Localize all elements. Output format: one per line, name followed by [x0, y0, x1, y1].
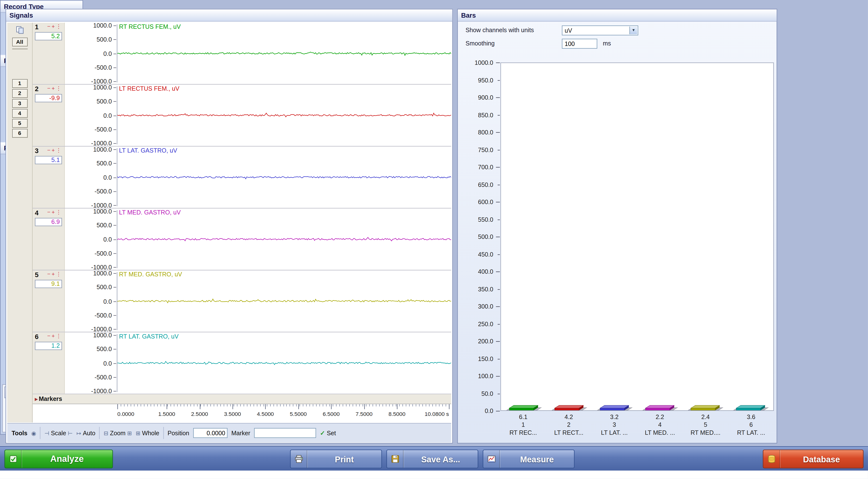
x-axis-tick-label: 7.5000	[355, 411, 373, 417]
channel-row-6: 6−+⋮1.21000.0500.00.0-500.0-1000.0RT LAT…	[33, 332, 451, 394]
scale-decrease-icon[interactable]: ⊣	[44, 430, 50, 436]
channel-scale-adjust: −+⋮	[47, 333, 62, 339]
marker-input[interactable]	[254, 428, 316, 438]
channel-label: LT RECTUS FEM., uV	[119, 85, 179, 92]
channel-value[interactable]: -9.9	[35, 94, 62, 102]
scale-decrease-icon[interactable]: −	[47, 209, 52, 215]
print-label: Print	[307, 454, 381, 464]
scale-increase-icon[interactable]: +	[52, 85, 56, 91]
scale-increase-icon[interactable]: +	[52, 271, 56, 277]
scale-increase-icon[interactable]: +	[52, 209, 56, 215]
scale-increase-icon[interactable]: +	[52, 23, 56, 29]
y-tick-label: 1000.0	[93, 146, 112, 152]
whole-view-button[interactable]: ⊞ Whole	[136, 430, 159, 436]
bar-label-block: 4.22LT RECT...	[546, 413, 592, 436]
zoom-control[interactable]: ⊟ Zoom ⊞	[103, 430, 132, 436]
channel-value[interactable]: 1.2	[35, 342, 62, 350]
print-button[interactable]: Print	[290, 449, 382, 468]
y-tick-label: 500.0	[97, 36, 112, 42]
select-channel-3-button[interactable]: 3	[12, 99, 27, 108]
scale-decrease-icon[interactable]: −	[47, 85, 52, 91]
scale-menu-icon[interactable]: ⋮	[56, 23, 62, 29]
position-input[interactable]	[193, 428, 227, 438]
channel-plot[interactable]: LT MED. GASTRO, uV	[117, 208, 451, 270]
scale-increase-icon[interactable]: ⊢	[68, 430, 73, 436]
scale-menu-icon[interactable]: ⋮	[56, 85, 62, 91]
channel-value[interactable]: 5.1	[35, 156, 62, 164]
bar-value: 4.2	[546, 413, 592, 421]
channel-label: RT MED. GASTRO, uV	[119, 271, 182, 278]
y-tick-label: 0.0	[103, 298, 112, 304]
scale-decrease-icon[interactable]: −	[47, 271, 52, 277]
select-channel-2-button[interactable]: 2	[12, 89, 27, 98]
measure-button[interactable]: Measure	[483, 449, 575, 468]
channel-plot[interactable]: LT RECTUS FEM., uV	[117, 84, 451, 146]
signals-tools-bar: Tools ◉ ⊣ Scale ⊢ ↦ Auto ⊟ Zoom ⊞ ⊞ Whol…	[7, 423, 451, 442]
channel-y-axis: 1000.0500.00.0-500.0-1000.0	[65, 23, 113, 84]
y-tick-label: -1000.0	[91, 140, 112, 146]
channel-scale-adjust: −+⋮	[47, 147, 62, 153]
set-marker-button[interactable]: ✓ Set	[320, 430, 336, 437]
scale-menu-icon[interactable]: ⋮	[56, 209, 62, 215]
channel-value[interactable]: 5.2	[35, 32, 62, 40]
tools-badge-icon[interactable]: ◉	[31, 430, 36, 436]
scale-decrease-icon[interactable]: −	[47, 147, 52, 153]
channel-plot[interactable]: RT RECTUS FEM., uV	[117, 23, 451, 84]
analyze-button[interactable]: Analyze	[4, 449, 113, 468]
y-tick-label: 1000.0	[93, 84, 112, 91]
database-button[interactable]: Database	[763, 449, 863, 468]
zoom-out-icon[interactable]: ⊟	[103, 430, 108, 436]
time-ruler[interactable]: 0.00001.50002.50003.50004.50005.50006.50…	[33, 404, 451, 423]
bottom-toolbar: Analyze Print Save As... Measure Databas…	[0, 446, 868, 471]
set-label: Set	[327, 430, 336, 436]
y-tick-mark	[114, 149, 116, 150]
scale-menu-icon[interactable]: ⋮	[56, 333, 62, 339]
scale-decrease-icon[interactable]: −	[47, 333, 52, 339]
markers-row[interactable]: ▸Markers	[33, 395, 451, 404]
printer-icon	[294, 454, 303, 464]
bars-y-tick-label: 1000.0	[475, 59, 493, 66]
auto-scale-icon: ↦	[76, 430, 81, 436]
channel-plot[interactable]: LT LAT. GASTRO, uV	[117, 146, 451, 208]
channel-label: LT MED. GASTRO, uV	[119, 209, 181, 215]
y-tick-label: 500.0	[97, 160, 112, 166]
channel-scale-adjust: −+⋮	[47, 85, 62, 91]
channel-selector-column: All123456	[7, 23, 33, 422]
channel-plot[interactable]: RT LAT. GASTRO, uV	[117, 332, 451, 394]
scale-menu-icon[interactable]: ⋮	[56, 147, 62, 153]
scale-control[interactable]: ⊣ Scale ⊢	[44, 430, 73, 436]
auto-scale-button[interactable]: ↦ Auto	[76, 430, 95, 436]
scale-label: Scale	[51, 430, 66, 436]
units-dropdown[interactable]: uV ▾	[562, 25, 638, 35]
select-channel-6-button[interactable]: 6	[12, 129, 27, 138]
channel-plot[interactable]: RT MED. GASTRO, uV	[117, 270, 451, 332]
tools-label: Tools	[11, 430, 27, 436]
y-tick-mark	[114, 329, 116, 330]
smoothing-input[interactable]	[562, 39, 597, 48]
scale-decrease-icon[interactable]: −	[47, 23, 52, 29]
signals-panel: Signals All123456 1−+⋮5.21000.0500.00.0-…	[6, 9, 453, 444]
select-all-channels-button[interactable]: All	[12, 38, 27, 47]
chevron-down-icon[interactable]: ▾	[629, 27, 637, 34]
select-channel-4-button[interactable]: 4	[12, 109, 27, 118]
channel-value[interactable]: 9.1	[35, 280, 62, 288]
select-channel-1-button[interactable]: 1	[12, 79, 27, 88]
y-tick-mark	[114, 129, 116, 130]
channel-number: 5	[35, 271, 38, 279]
signal-trace	[117, 146, 451, 208]
zoom-in-icon[interactable]: ⊞	[127, 430, 132, 436]
signal-trace	[117, 270, 451, 332]
select-channel-5-button[interactable]: 5	[12, 119, 27, 128]
smoothing-unit-label: ms	[603, 40, 611, 46]
scale-menu-icon[interactable]: ⋮	[56, 271, 62, 277]
x-axis-tick-label: 4.5000	[257, 411, 274, 417]
y-tick-mark	[114, 191, 116, 192]
markers-expand-icon[interactable]: ▸	[35, 396, 38, 402]
y-tick-label: 1000.0	[93, 208, 112, 214]
channel-value[interactable]: 6.9	[35, 218, 62, 226]
channel-y-axis: 1000.0500.00.0-500.0-1000.0	[65, 270, 113, 332]
y-tick-mark	[114, 143, 116, 144]
scale-increase-icon[interactable]: +	[52, 333, 56, 339]
scale-increase-icon[interactable]: +	[52, 147, 56, 153]
save-as-button[interactable]: Save As...	[386, 449, 478, 468]
